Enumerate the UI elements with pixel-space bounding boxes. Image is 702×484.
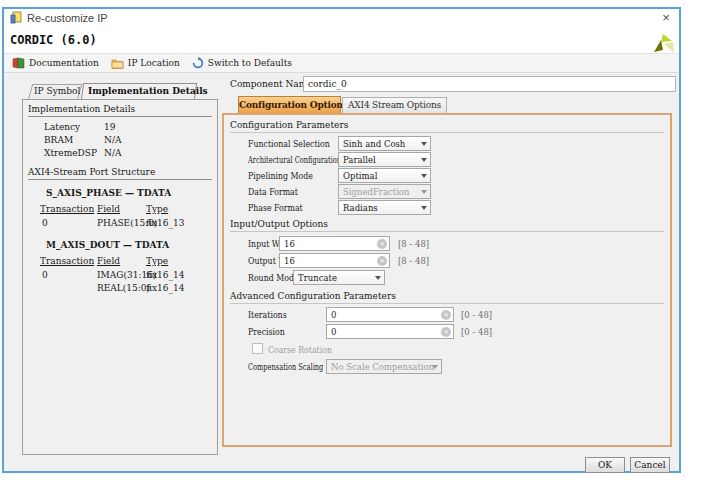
architectural-configuration-select[interactable]: Parallel [338, 152, 431, 167]
output-width-field[interactable]: 16 × [279, 253, 390, 268]
pipelining-mode-label: Pipelining Mode [248, 171, 313, 181]
architectural-configuration-value: Parallel [343, 155, 376, 165]
compensation-scaling-value: No Scale Compensation [331, 362, 434, 372]
xtremedsp-value: N/A [104, 148, 121, 158]
xtremedsp-label: XtremeDSP [44, 148, 97, 158]
ip-title: CORDIC (6.0) [10, 33, 97, 47]
col-type: Type [146, 204, 168, 214]
impl-details-heading: Implementation Details [28, 104, 212, 117]
tab-ip-symbol-label[interactable]: IP Symbol [34, 86, 80, 96]
bram-label: BRAM [44, 135, 73, 145]
configuration-parameters-heading: Configuration Parameters [230, 120, 664, 133]
chevron-down-icon [375, 276, 381, 280]
bram-value: N/A [104, 135, 121, 145]
table-cell: fix16_13 [146, 218, 184, 228]
cancel-button[interactable]: Cancel [630, 457, 670, 473]
clear-icon[interactable]: × [441, 310, 451, 320]
folder-icon [111, 58, 124, 69]
input-width-field[interactable]: 16 × [279, 236, 390, 251]
io-options-heading: Input/Output Options [230, 219, 664, 232]
documentation-button[interactable]: Documentation [12, 57, 99, 69]
tab-axi4-stream-options[interactable]: AXI4 Stream Options [342, 97, 447, 113]
pipelining-mode-value: Optimal [343, 171, 377, 181]
output-width-value: 16 [284, 256, 295, 266]
iterations-label: Iterations [248, 310, 287, 320]
precision-value: 0 [331, 327, 336, 337]
precision-range: [0 - 48] [461, 327, 492, 337]
component-name-input[interactable]: cordic_0 [303, 76, 676, 92]
chevron-down-icon [421, 206, 427, 210]
compensation-scaling-select: No Scale Compensation [326, 359, 442, 374]
input-width-range: [8 - 48] [398, 239, 429, 249]
table-cell: 0 [42, 270, 48, 280]
architectural-configuration-label: Architectural Configuration [248, 155, 341, 165]
clear-icon[interactable]: × [441, 327, 451, 337]
table-cell: fix16_14 [146, 270, 184, 280]
switch-to-defaults-button[interactable]: Switch to Defaults [192, 57, 292, 69]
col-transaction: Transaction [40, 204, 94, 214]
functional-selection-value: Sinh and Cosh [343, 139, 405, 149]
col-field: Field [97, 256, 120, 266]
functional-selection-label: Functional Selection [248, 139, 330, 149]
clear-icon[interactable]: × [377, 239, 387, 249]
round-mode-label: Round Mode [248, 273, 299, 283]
phase-format-label: Phase Format [248, 203, 303, 213]
component-name-value: cordic_0 [308, 79, 347, 89]
chevron-down-icon [421, 142, 427, 146]
precision-label: Precision [248, 327, 285, 337]
col-field: Field [97, 204, 120, 214]
chevron-down-icon [421, 174, 427, 178]
clear-icon[interactable]: × [377, 256, 387, 266]
functional-selection-select[interactable]: Sinh and Cosh [338, 136, 431, 151]
coarse-rotation-label: Coarse Rotation [268, 345, 332, 355]
chevron-down-icon [421, 190, 427, 194]
table-cell: 0 [42, 218, 48, 228]
pipelining-mode-select[interactable]: Optimal [338, 168, 431, 183]
ok-button[interactable]: OK [585, 457, 625, 473]
phase-format-value: Radians [343, 203, 378, 213]
phase-format-select[interactable]: Radians [338, 200, 431, 215]
iterations-range: [0 - 48] [461, 310, 492, 320]
iterations-field[interactable]: 0 × [326, 307, 454, 322]
window-title: Re-customize IP [27, 12, 108, 24]
precision-field[interactable]: 0 × [326, 324, 454, 339]
round-mode-value: Truncate [298, 273, 337, 283]
close-icon[interactable]: × [658, 10, 674, 26]
data-format-select: SignedFraction [338, 184, 431, 199]
ip-location-button[interactable]: IP Location [111, 58, 180, 69]
advanced-parameters-heading: Advanced Configuration Parameters [230, 291, 664, 304]
refresh-icon [192, 57, 204, 69]
documentation-label: Documentation [29, 58, 99, 68]
table-cell: REAL(15:0) [97, 283, 150, 293]
col-type: Type [146, 256, 168, 266]
dialog-toolbar: Documentation IP Location Switch to Defa… [4, 54, 679, 73]
latency-label: Latency [44, 122, 80, 132]
s-axis-phase-title: S_AXIS_PHASE — TDATA [46, 188, 171, 198]
switch-to-defaults-label: Switch to Defaults [208, 58, 292, 68]
m-axis-dout-title: M_AXIS_DOUT — TDATA [46, 240, 169, 250]
round-mode-select[interactable]: Truncate [293, 270, 385, 285]
tab-configuration-options[interactable]: Configuration Options [238, 96, 341, 113]
data-format-label: Data Format [248, 187, 298, 197]
ip-location-label: IP Location [128, 58, 180, 68]
ip-heading-row [4, 28, 679, 54]
screenshot-root: Re-customize IP × CORDIC (6.0) Documenta… [0, 0, 702, 484]
output-width-range: [8 - 48] [398, 256, 429, 266]
coarse-rotation-checkbox [252, 343, 263, 354]
iterations-value: 0 [331, 310, 336, 320]
latency-value: 19 [104, 122, 115, 132]
axi-port-structure-heading: AXI4-Stream Port Structure [28, 167, 212, 180]
input-width-value: 16 [284, 239, 295, 249]
table-cell: fix16_14 [146, 283, 184, 293]
col-transaction: Transaction [40, 256, 94, 266]
component-name-label: Component Name [230, 79, 313, 89]
compensation-scaling-label: Compensation Scaling [248, 362, 323, 372]
window-icon [10, 11, 22, 24]
tab-implementation-details-label[interactable]: Implementation Details [88, 86, 208, 96]
data-format-value: SignedFraction [343, 187, 409, 197]
chevron-down-icon [432, 365, 438, 369]
chevron-down-icon [421, 158, 427, 162]
book-icon [12, 57, 25, 69]
